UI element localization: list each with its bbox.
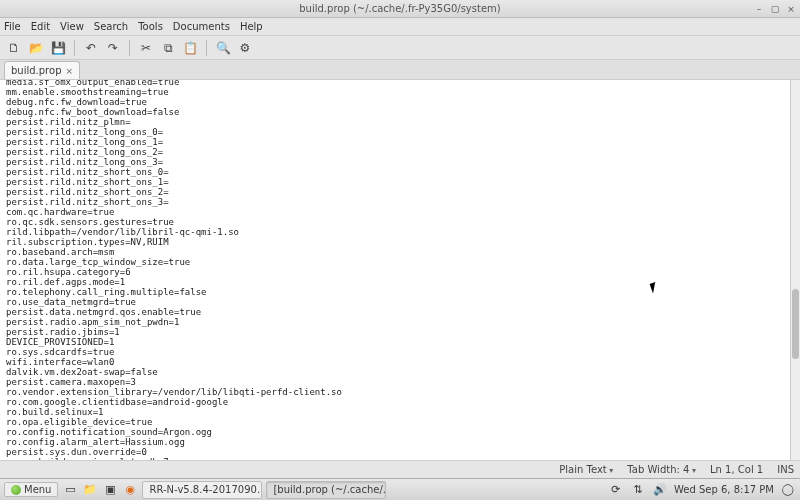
cut-icon[interactable]: ✂ <box>136 38 156 58</box>
start-menu-button[interactable]: Menu <box>4 482 58 497</box>
tabstrip: build.prop × <box>0 60 800 80</box>
paste-icon[interactable]: 📋 <box>180 38 200 58</box>
menu-tools[interactable]: Tools <box>138 21 163 32</box>
tray-updates-icon[interactable]: ⟳ <box>608 482 624 498</box>
new-file-icon[interactable]: 🗋 <box>4 38 24 58</box>
menu-file[interactable]: File <box>4 21 21 32</box>
statusbar: Plain Text Tab Width: 4 Ln 1, Col 1 INS <box>0 460 800 478</box>
tab-buildprop[interactable]: build.prop × <box>4 61 80 79</box>
tabwidth-label: Tab Width: 4 <box>627 464 696 475</box>
vertical-scrollbar[interactable] <box>790 80 800 460</box>
editor-content[interactable]: media.sf_omx_output_enabled=true mm.enab… <box>0 80 790 460</box>
scrollbar-thumb[interactable] <box>792 289 799 359</box>
toolbar-separator <box>129 40 130 56</box>
taskbar-task[interactable]: RR-N-v5.8.4-2017090... <box>142 481 262 499</box>
save-file-icon[interactable]: 💾 <box>48 38 68 58</box>
window-maximize-button[interactable]: ▢ <box>770 4 780 14</box>
find-replace-icon[interactable]: ⚙ <box>235 38 255 58</box>
editor-area[interactable]: media.sf_omx_output_enabled=true mm.enab… <box>0 80 800 460</box>
tab-label: build.prop <box>11 65 61 76</box>
taskbar-task[interactable]: [build.prop (~/.cache/.f... <box>266 481 386 499</box>
menubar: File Edit View Search Tools Documents He… <box>0 18 800 36</box>
find-icon[interactable]: 🔍 <box>213 38 233 58</box>
menu-search[interactable]: Search <box>94 21 128 32</box>
window-close-button[interactable]: × <box>786 4 796 14</box>
toolbar: 🗋 📂 💾 ↶ ↷ ✂ ⧉ 📋 🔍 ⚙ <box>0 36 800 60</box>
open-file-icon[interactable]: 📂 <box>26 38 46 58</box>
start-menu-label: Menu <box>24 484 51 495</box>
menu-documents[interactable]: Documents <box>173 21 230 32</box>
menu-view[interactable]: View <box>60 21 84 32</box>
insert-mode-indicator[interactable]: INS <box>777 464 794 475</box>
redo-icon[interactable]: ↷ <box>103 38 123 58</box>
toolbar-separator <box>74 40 75 56</box>
tray-clock[interactable]: Wed Sep 6, 8:17 PM <box>674 484 774 495</box>
terminal-icon[interactable]: ▣ <box>102 482 118 498</box>
tabwidth-selector[interactable]: 4 <box>683 464 696 475</box>
menu-help[interactable]: Help <box>240 21 263 32</box>
firefox-icon[interactable]: ◉ <box>122 482 138 498</box>
tray-session-icon[interactable]: ◯ <box>780 482 796 498</box>
cursor-position: Ln 1, Col 1 <box>710 464 763 475</box>
tray-volume-icon[interactable]: 🔊 <box>652 482 668 498</box>
tab-close-icon[interactable]: × <box>65 66 73 76</box>
task-label: [build.prop (~/.cache/.f... <box>273 484 386 495</box>
undo-icon[interactable]: ↶ <box>81 38 101 58</box>
task-label: RR-N-v5.8.4-2017090... <box>149 484 262 495</box>
system-tray: ⟳ ⇅ 🔊 Wed Sep 6, 8:17 PM ◯ <box>608 482 796 498</box>
window-minimize-button[interactable]: – <box>754 4 764 14</box>
file-manager-icon[interactable]: 📁 <box>82 482 98 498</box>
syntax-mode-selector[interactable]: Plain Text <box>559 464 613 475</box>
tray-network-icon[interactable]: ⇅ <box>630 482 646 498</box>
window-title: build.prop (~/.cache/.fr-Py35G0/system) <box>299 3 500 14</box>
window-titlebar: build.prop (~/.cache/.fr-Py35G0/system) … <box>0 0 800 18</box>
desktop-taskbar: Menu ▭ 📁 ▣ ◉ RR-N-v5.8.4-2017090... [bui… <box>0 478 800 500</box>
show-desktop-icon[interactable]: ▭ <box>62 482 78 498</box>
toolbar-separator <box>206 40 207 56</box>
mint-logo-icon <box>11 485 21 495</box>
copy-icon[interactable]: ⧉ <box>158 38 178 58</box>
menu-edit[interactable]: Edit <box>31 21 50 32</box>
